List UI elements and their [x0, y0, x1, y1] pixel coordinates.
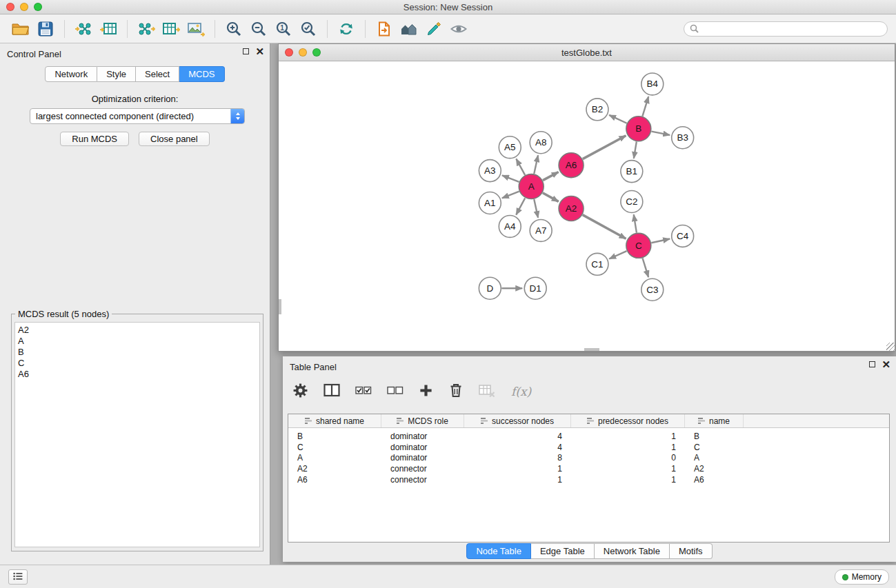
graph-edge-A-A7[interactable] [534, 199, 538, 218]
criterion-dropdown[interactable]: largest connected component (directed) [30, 108, 245, 124]
graph-edge-A-A8[interactable] [534, 155, 538, 174]
table-settings-button[interactable] [292, 383, 308, 401]
network-graph[interactable]: B4B2BB3A8A5A6B1A3AC2A1A2A4A7C4CC1C3DD1 [279, 61, 895, 351]
tab-mcds[interactable]: MCDS [179, 66, 224, 82]
toolbar-search[interactable] [684, 21, 888, 37]
close-panel-button[interactable]: Close panel [139, 132, 210, 146]
graph-edge-A2-C[interactable] [583, 215, 626, 239]
close-window-button[interactable] [6, 3, 14, 11]
graph-node-A6[interactable]: A6 [559, 153, 584, 178]
table-row[interactable]: Adominator80A [288, 452, 889, 463]
graph-node-A7[interactable]: A7 [530, 219, 552, 241]
minimize-window-button[interactable] [20, 3, 28, 11]
graph-edge-A-A1[interactable] [502, 192, 519, 199]
vertical-scrollbar-nub[interactable] [279, 299, 281, 314]
show-hide-graphics-button[interactable] [446, 17, 471, 41]
refresh-view-button[interactable] [334, 17, 359, 41]
graph-edge-B-B3[interactable] [651, 132, 670, 135]
result-list-item[interactable]: A [18, 336, 259, 347]
column-header-name[interactable]: name [685, 414, 744, 427]
network-window-titlebar[interactable]: testGlobe.txt [279, 44, 895, 61]
graph-edge-A-A5[interactable] [516, 159, 525, 175]
open-session-button[interactable] [8, 17, 33, 41]
graph-node-D1[interactable]: D1 [524, 277, 546, 299]
graph-node-A5[interactable]: A5 [499, 136, 521, 159]
close-table-panel-icon[interactable]: ✕ [882, 361, 890, 368]
zoom-in-button[interactable] [221, 17, 246, 41]
graph-node-C[interactable]: C [626, 233, 651, 258]
zoom-window-button[interactable] [34, 3, 42, 11]
table-row[interactable]: A2connector11A2 [288, 463, 889, 474]
graph-edge-A6-B[interactable] [583, 136, 626, 159]
graph-edge-A-A2[interactable] [543, 193, 559, 202]
apply-style-button[interactable] [421, 17, 446, 41]
float-panel-icon[interactable] [243, 48, 249, 54]
graph-edge-A-A6[interactable] [543, 172, 559, 181]
graph-node-B2[interactable]: B2 [586, 99, 608, 121]
search-input[interactable] [703, 23, 882, 34]
tab-network[interactable]: Network [45, 66, 97, 82]
resize-grip-icon[interactable] [886, 343, 895, 351]
import-table-button[interactable] [96, 17, 121, 41]
graph-node-B4[interactable]: B4 [641, 73, 664, 95]
column-header-successor-nodes[interactable]: successor nodes [464, 414, 571, 427]
network-minimize-button[interactable] [299, 48, 307, 57]
graph-node-A3[interactable]: A3 [479, 160, 501, 182]
graph-node-A8[interactable]: A8 [530, 132, 552, 154]
result-list-item[interactable]: C [18, 358, 259, 369]
hide-panels-button[interactable] [397, 17, 421, 41]
table-row[interactable]: A6connector11A6 [288, 474, 889, 485]
horizontal-scrollbar-nub[interactable] [584, 348, 599, 351]
graph-node-C3[interactable]: C3 [641, 278, 664, 301]
export-table-button[interactable] [159, 17, 183, 41]
create-column-button[interactable] [419, 383, 433, 401]
import-network-button[interactable] [71, 17, 96, 41]
graph-node-B[interactable]: B [626, 116, 651, 141]
graph-edge-A-A3[interactable] [502, 175, 519, 181]
first-neighbors-button[interactable] [372, 17, 397, 41]
graph-edge-C-C3[interactable] [643, 258, 649, 277]
graph-node-C1[interactable]: C1 [586, 253, 608, 275]
column-header-shared-name[interactable]: shared name [288, 414, 381, 427]
graph-edge-B-B4[interactable] [642, 97, 648, 116]
tab-select[interactable]: Select [136, 66, 179, 82]
graph-edge-A-A4[interactable] [516, 198, 525, 214]
show-columns-button[interactable] [323, 383, 340, 400]
tab-network-table[interactable]: Network Table [595, 543, 670, 559]
graph-node-D[interactable]: D [479, 277, 501, 299]
graph-edge-C-C1[interactable] [609, 251, 626, 258]
graph-edge-B-B2[interactable] [609, 115, 627, 123]
graph-edge-C-C4[interactable] [651, 239, 670, 243]
network-close-button[interactable] [285, 48, 293, 57]
task-history-button[interactable] [8, 569, 28, 585]
network-canvas[interactable]: B4B2BB3A8A5A6B1A3AC2A1A2A4A7C4CC1C3DD1 [279, 61, 895, 351]
mcds-result-list[interactable]: A2ABCA6 [14, 322, 260, 547]
graph-node-A4[interactable]: A4 [499, 215, 521, 237]
graph-node-A[interactable]: A [519, 174, 544, 199]
column-header-predecessor-nodes[interactable]: predecessor nodes [571, 414, 685, 427]
graph-node-C4[interactable]: C4 [672, 225, 694, 247]
tab-node-table[interactable]: Node Table [466, 543, 531, 559]
result-list-item[interactable]: A6 [18, 369, 259, 380]
graph-node-A2[interactable]: A2 [559, 196, 584, 221]
run-mcds-button[interactable]: Run MCDS [60, 132, 129, 146]
graph-node-C2[interactable]: C2 [621, 191, 643, 213]
zoom-out-button[interactable] [246, 17, 271, 41]
zoom-actual-size-button[interactable]: 1 [271, 17, 296, 41]
graph-node-B1[interactable]: B1 [621, 161, 643, 183]
close-panel-icon[interactable]: ✕ [255, 48, 264, 55]
delete-column-button[interactable] [448, 383, 464, 401]
tab-motifs[interactable]: Motifs [670, 543, 713, 559]
tab-edge-table[interactable]: Edge Table [531, 543, 595, 559]
graph-edge-C-C2[interactable] [634, 214, 637, 232]
save-session-button[interactable] [33, 17, 58, 41]
export-image-button[interactable] [183, 17, 208, 41]
select-all-columns-button[interactable] [355, 385, 372, 398]
network-zoom-button[interactable] [312, 48, 321, 57]
result-list-item[interactable]: B [18, 347, 259, 358]
result-list-item[interactable]: A2 [18, 325, 259, 336]
memory-button[interactable]: Memory [835, 569, 889, 585]
graph-edge-B-B1[interactable] [634, 142, 637, 159]
zoom-selected-region-button[interactable] [296, 17, 321, 41]
graph-node-B3[interactable]: B3 [672, 127, 694, 149]
